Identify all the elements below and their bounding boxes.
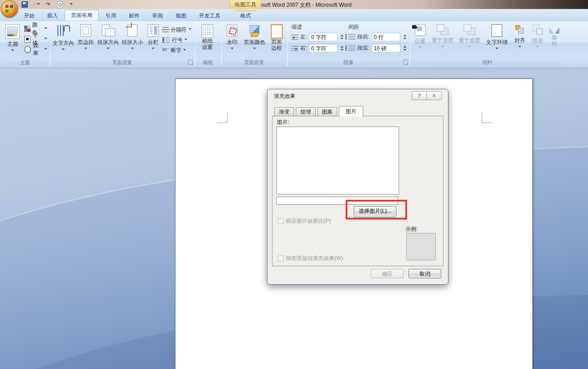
ribbon-group-arrange: 位置 置于顶层 置于底层 文字环绕 对齐: [410, 22, 564, 66]
ribbon-group-page-background: 水印 页面颜色 页面 边框 页面背景: [221, 22, 287, 66]
chevron-down-icon: [70, 3, 73, 6]
help-icon: ?: [418, 93, 421, 98]
tab-review[interactable]: 审阅: [146, 11, 169, 21]
theme-effects-icon: [24, 46, 31, 53]
office-button[interactable]: [1, 0, 18, 18]
text-direction-button[interactable]: 文字方向: [51, 22, 75, 59]
columns-button[interactable]: 分栏: [145, 22, 162, 59]
orientation-button[interactable]: 纸张方向: [96, 22, 120, 59]
dialog-help-button[interactable]: ?: [412, 91, 426, 100]
picture-tab-page: 图片: 选择图片(L)... 锁定图片纵横比(P) 示例: 随图形旋转填充效果(…: [272, 116, 443, 266]
ribbon: 主题 颜色 字体 效果 主题 文字方向 页边距: [0, 21, 588, 68]
page-color-button[interactable]: 页面颜色: [241, 22, 268, 59]
indent-right-spinner[interactable]: [341, 44, 343, 52]
page-borders-button[interactable]: 页面 边框: [268, 22, 285, 59]
chevron-down-icon: [11, 49, 14, 53]
page-borders-icon: [271, 24, 283, 39]
save-icon: [22, 1, 28, 8]
tab-gradient[interactable]: 渐变: [274, 107, 294, 116]
office-logo-icon: [5, 5, 9, 8]
line-numbers-button[interactable]: 行号: [162, 36, 192, 44]
print-preview-button[interactable]: [56, 1, 64, 8]
align-icon: [514, 24, 525, 35]
text-wrapping-button[interactable]: 文字环绕: [483, 22, 511, 59]
manuscript-setup-button[interactable]: 稿纸 设置: [196, 22, 219, 59]
tab-pattern[interactable]: 图案: [317, 107, 337, 116]
spacing-header: 间距: [348, 23, 406, 31]
picture-preview-box[interactable]: [276, 127, 399, 194]
cancel-button[interactable]: 取消: [408, 269, 441, 278]
tab-page-layout[interactable]: 页面布局: [65, 10, 99, 21]
margins-button[interactable]: 页边距: [75, 22, 96, 59]
breaks-button[interactable]: 分隔符: [162, 26, 192, 34]
page-color-icon: [249, 24, 260, 37]
rotate-button[interactable]: 旋 转: [547, 22, 562, 59]
text-wrapping-icon: [491, 24, 502, 37]
align-button[interactable]: 对齐: [511, 22, 529, 59]
tab-view[interactable]: 视图: [170, 11, 192, 21]
title-bar[interactable]: ↶ ↷ 绘图工具 新建 Microsoft Word 2007 文档 - Mic…: [0, 0, 588, 9]
checkbox-icon: [278, 255, 284, 261]
group-label-paragraph: 段落: [288, 59, 409, 66]
bring-to-front-button[interactable]: 置于顶层: [429, 22, 456, 59]
rotate-fill-checkbox[interactable]: 随图形旋转填充效果(W): [278, 255, 343, 262]
bring-to-front-icon: [437, 24, 448, 35]
tab-home[interactable]: 开始: [18, 11, 40, 21]
lock-aspect-ratio-checkbox[interactable]: 锁定图片纵横比(P): [278, 217, 331, 225]
group-label-themes: 主题: [1, 59, 49, 66]
dialog-close-button[interactable]: ✕: [426, 91, 442, 100]
customize-qat-button[interactable]: [67, 1, 75, 8]
save-button[interactable]: [21, 1, 29, 8]
theme-effects-button[interactable]: 效果: [23, 45, 48, 53]
tab-references[interactable]: 引用: [100, 11, 122, 21]
indent-left-icon: [291, 35, 298, 40]
tab-format[interactable]: 格式: [234, 11, 257, 21]
watermark-button[interactable]: 水印: [223, 22, 241, 59]
undo-dropdown-icon: [37, 3, 40, 6]
checkbox-icon: [278, 218, 284, 224]
window-title: 新建 Microsoft Word 2007 文档 - Microsoft Wo…: [0, 1, 588, 9]
tab-developer[interactable]: 开发工具: [193, 11, 226, 21]
tab-mailings[interactable]: 邮件: [123, 11, 145, 21]
orientation-icon: [101, 24, 115, 37]
spacing-after-spinner[interactable]: [404, 44, 406, 52]
tab-insert[interactable]: 插入: [41, 11, 64, 21]
send-to-back-icon: [464, 24, 475, 35]
tab-picture[interactable]: 图片: [339, 106, 363, 117]
group-label-arrange: 排列: [410, 59, 564, 66]
themes-button[interactable]: 主题: [2, 22, 23, 59]
tab-texture[interactable]: 纹理: [296, 107, 316, 116]
picture-label: 图片:: [277, 119, 289, 126]
indent-left-input[interactable]: 0 字符: [309, 33, 338, 41]
spacing-before-spinner[interactable]: [404, 33, 406, 41]
theme-fonts-icon: [24, 36, 31, 43]
spacing-after-icon: [348, 45, 355, 51]
dialog-title[interactable]: 填充效果: [274, 92, 295, 100]
themes-icon: [5, 24, 20, 39]
send-to-back-button[interactable]: 置于底层: [456, 22, 483, 59]
spacing-before-input[interactable]: 0 行: [372, 33, 400, 41]
ok-button[interactable]: 确定: [371, 269, 404, 278]
redo-icon: ↷: [46, 2, 50, 7]
undo-icon: ↶: [33, 2, 37, 7]
ribbon-group-paragraph: 缩进 左: 0 字符 右: 0 字符 间距: [287, 22, 409, 66]
line-numbers-icon: [162, 37, 170, 43]
group-button[interactable]: 组合: [529, 22, 547, 59]
hyphenation-button[interactable]: bᵃ⁻断字: [162, 46, 192, 54]
paragraph-dialog-launcher[interactable]: [403, 60, 408, 65]
page-setup-dialog-launcher[interactable]: [188, 60, 193, 65]
manuscript-setup-icon: [202, 24, 213, 38]
watermark-icon: [227, 24, 237, 37]
undo-button[interactable]: ↶: [32, 1, 40, 8]
redo-button[interactable]: ↷: [44, 1, 52, 8]
spacing-after-input[interactable]: 10 磅: [372, 44, 400, 53]
group-label-page-setup: 页面设置: [50, 59, 194, 66]
indent-left-spinner[interactable]: [341, 33, 343, 41]
dialog-tab-strip: 渐变 纹理 图案 图片: [274, 106, 365, 116]
ribbon-group-page-setup: 文字方向 页边距 纸张方向 纸张大小 分栏: [50, 22, 194, 66]
indent-right-input[interactable]: 0 字符: [309, 44, 338, 53]
ribbon-tab-row: 开始 插入 页面布局 引用 邮件 审阅 视图 开发工具 格式: [0, 9, 588, 21]
paper-size-button[interactable]: 纸张大小: [120, 22, 145, 59]
breaks-icon: [162, 27, 169, 32]
highlight-red-rectangle: [346, 200, 407, 220]
